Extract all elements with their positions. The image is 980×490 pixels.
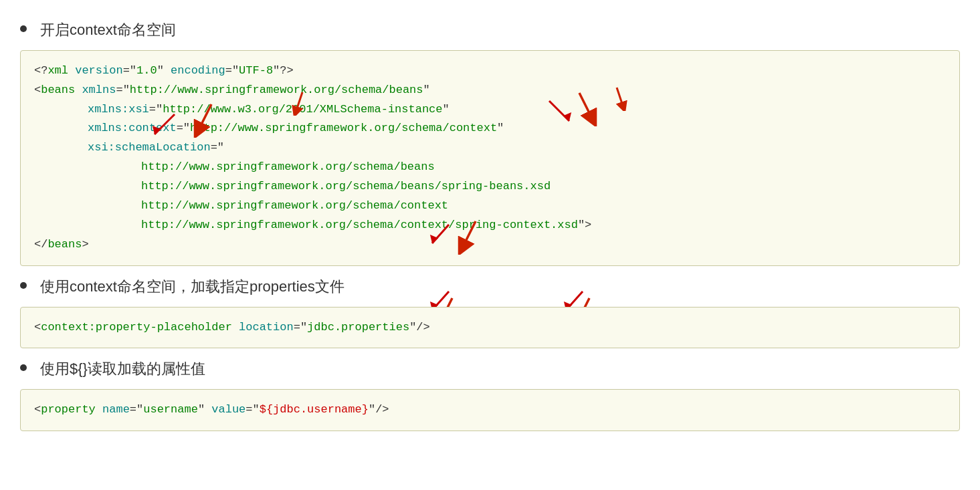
bullet-dot-2 xyxy=(20,282,27,289)
bullet-item-3: 使用${}读取加载的属性值 xyxy=(20,359,960,380)
page-wrapper: 开启context命名空间 xyxy=(20,20,960,490)
bullet-dot-1 xyxy=(20,25,27,32)
bullet-text-3: 使用${}读取加载的属性值 xyxy=(40,359,205,380)
code-line-beans-close: </beans> xyxy=(34,235,946,255)
bullet-text-2: 使用context命名空间，加载指定properties文件 xyxy=(40,277,345,297)
svg-line-10 xyxy=(296,92,302,112)
code-line-schema-beans-xsd: http://www.springframework.org/schema/be… xyxy=(34,177,946,197)
svg-line-11 xyxy=(617,88,623,108)
code-line-schema-beans: http://www.springframework.org/schema/be… xyxy=(34,158,946,177)
code-line-schema-context: http://www.springframework.org/schema/co… xyxy=(34,197,946,216)
code-block-1: <?xml version="1.0" encoding="UTF-8"?> <… xyxy=(20,50,960,266)
code-line-xmlns-xsi: xmlns:xsi="http://www.w3.org/2001/XMLSch… xyxy=(34,100,946,120)
code-line-xsi-schema: xsi:schemaLocation=" xyxy=(34,138,946,158)
code-line-schema-context-xsd: http://www.springframework.org/schema/co… xyxy=(34,216,946,235)
code-line-xml-decl: <?xml version="1.0" encoding="UTF-8"?> xyxy=(34,62,946,81)
code-block-2: <context:property-placeholder location="… xyxy=(20,307,960,349)
code-block-3: <property name="username" value="${jdbc.… xyxy=(20,389,960,431)
code-line-xmlns-context: xmlns:context="http://www.springframewor… xyxy=(34,119,946,138)
bullet-text-1: 开启context命名空间 xyxy=(40,20,176,41)
code-line-beans-open: <beans xmlns="http://www.springframework… xyxy=(34,81,946,100)
bullet-item-1: 开启context命名空间 xyxy=(20,20,960,41)
bullet-dot-3 xyxy=(20,364,27,371)
bullet-item-2: 使用context命名空间，加载指定properties文件 xyxy=(20,277,960,297)
code-block-1-wrapper: <?xml version="1.0" encoding="UTF-8"?> <… xyxy=(20,50,960,266)
